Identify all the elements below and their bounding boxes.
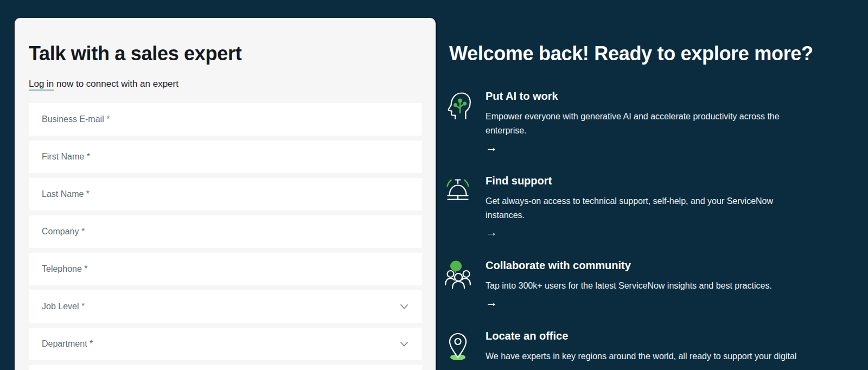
form-field-partial[interactable] (29, 365, 422, 370)
feature-description: We have experts in key regions around th… (486, 349, 796, 363)
location-pin-icon (444, 329, 472, 363)
log-in-link[interactable]: Log in (29, 79, 54, 89)
first-name-input[interactable] (29, 141, 422, 173)
business-email-input[interactable] (29, 103, 422, 136)
feature-description: Get always-on access to technical suppor… (486, 194, 810, 222)
last-name-field (29, 178, 422, 210)
feature-text: Locate an office We have experts in key … (486, 329, 796, 363)
form-title: Talk with a sales expert (29, 43, 422, 65)
chevron-down-icon (400, 304, 408, 309)
feature-list: Put AI to work Empower everyone with gen… (444, 89, 834, 363)
feature-locate-office: Locate an office We have experts in key … (444, 329, 834, 363)
feature-title: Put AI to work (486, 90, 815, 103)
feature-text: Find support Get always-on access to tec… (486, 174, 810, 238)
feature-title: Collaborate with community (486, 259, 772, 272)
login-prompt: Log in now to connect with an expert (29, 79, 422, 90)
feature-text: Put AI to work Empower everyone with gen… (486, 89, 815, 154)
form-fields: Job Level * Department * (29, 103, 422, 370)
feature-find-support: Find support Get always-on access to tec… (444, 174, 834, 238)
sales-expert-form-card: Talk with a sales expert Log in now to c… (15, 18, 436, 370)
service-bell-icon (444, 174, 472, 238)
job-level-select[interactable]: Job Level * (29, 290, 422, 323)
business-email-field (29, 103, 422, 136)
login-prompt-text: now to connect with an expert (54, 79, 178, 89)
feature-title: Locate an office (486, 330, 796, 342)
feature-title: Find support (486, 175, 810, 187)
ai-head-icon (444, 89, 472, 154)
feature-description: Empower everyone with generative AI and … (486, 110, 815, 138)
telephone-field (29, 253, 422, 285)
first-name-field (29, 141, 422, 173)
community-people-icon (444, 258, 472, 309)
arrow-link-icon[interactable]: → (486, 142, 497, 154)
feature-put-ai-to-work: Put AI to work Empower everyone with gen… (444, 89, 834, 154)
job-level-label: Job Level * (42, 302, 85, 311)
feature-collaborate-community: Collaborate with community Tap into 300k… (444, 258, 834, 309)
chevron-down-icon (400, 342, 408, 347)
arrow-link-icon[interactable]: → (486, 226, 497, 238)
welcome-title: Welcome back! Ready to explore more? (449, 42, 834, 65)
company-input[interactable] (29, 215, 422, 248)
department-select[interactable]: Department * (29, 328, 422, 360)
welcome-panel: Welcome back! Ready to explore more? Put… (444, 42, 834, 370)
department-label: Department * (42, 339, 93, 349)
arrow-link-icon[interactable]: → (486, 297, 497, 309)
telephone-input[interactable] (29, 253, 422, 285)
company-field (29, 215, 422, 248)
feature-text: Collaborate with community Tap into 300k… (486, 258, 772, 309)
feature-description: Tap into 300k+ users for the latest Serv… (486, 279, 772, 293)
last-name-input[interactable] (29, 178, 422, 210)
